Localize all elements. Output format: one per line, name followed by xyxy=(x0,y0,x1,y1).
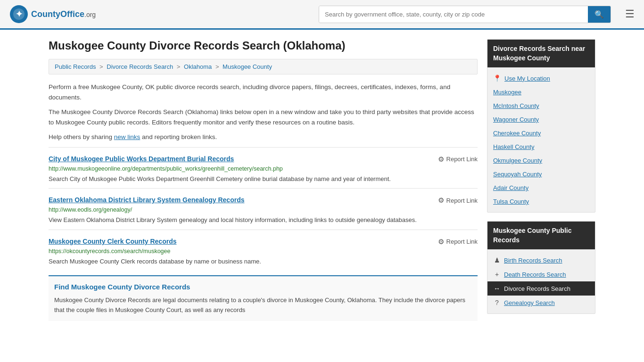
record-title-1[interactable]: Eastern Oklahoma District Library System… xyxy=(49,196,245,204)
nearby-link-5[interactable]: Okmulgee County xyxy=(493,157,542,164)
report-link-1[interactable]: ⚙ Report Link xyxy=(438,196,478,205)
logo[interactable]: ✦ CountyOffice.org xyxy=(9,5,96,24)
sidebar-nearby-item-1[interactable]: McIntosh County xyxy=(487,99,595,113)
report-label-1: Report Link xyxy=(446,197,478,204)
report-link-2[interactable]: ⚙ Report Link xyxy=(438,238,478,246)
sidebar: Divorce Records Search near Muskogee Cou… xyxy=(487,39,595,322)
use-location-link[interactable]: Use My Location xyxy=(504,75,550,82)
record-url-0[interactable]: http://www.muskogeeonline.org/department… xyxy=(49,165,478,172)
pr-label-2: Divorce Records Search xyxy=(504,285,570,292)
breadcrumb: Public Records > Divorce Records Search … xyxy=(49,59,478,74)
public-records-section-title: Muskogee County Public Records xyxy=(487,222,595,249)
sidebar-pr-item-2[interactable]: ↔ Divorce Records Search xyxy=(487,281,595,296)
records-list: City of Muskogee Public Works Department… xyxy=(49,147,478,271)
sidebar-pr-item-1[interactable]: + Death Records Search xyxy=(487,267,595,281)
record-card: Muskogee County Clerk County Records ⚙ R… xyxy=(49,230,478,271)
desc-2: The Muskogee County Divorce Records Sear… xyxy=(49,107,478,127)
location-icon: 📍 xyxy=(493,74,501,82)
public-records-section: Muskogee County Public Records ♟ Birth R… xyxy=(487,221,595,314)
find-section: Find Muskogee County Divorce Records Mus… xyxy=(49,275,478,321)
nearby-link-2[interactable]: Wagoner County xyxy=(493,116,539,123)
nearby-link-4[interactable]: Haskell County xyxy=(493,143,534,150)
record-card: Eastern Oklahoma District Library System… xyxy=(49,188,478,230)
nearby-link-0[interactable]: Muskogee xyxy=(493,89,521,96)
sidebar-pr-item-0[interactable]: ♟ Birth Records Search xyxy=(487,253,595,267)
record-url-2[interactable]: https://okcountyrecords.com/search/musko… xyxy=(49,248,478,255)
breadcrumb-oklahoma[interactable]: Oklahoma xyxy=(184,63,212,70)
main-container: Muskogee County Divorce Records Search (… xyxy=(39,30,605,332)
nearby-link-3[interactable]: Cherokee County xyxy=(493,130,541,137)
svg-text:✦: ✦ xyxy=(16,9,23,19)
record-url-1[interactable]: http://www.eodls.org/genealogy/ xyxy=(49,206,478,213)
sidebar-nearby-item-4[interactable]: Haskell County xyxy=(487,140,595,154)
record-desc-2: Search Muskogee County Clerk records dat… xyxy=(49,257,478,266)
public-records-section-content: ♟ Birth Records Search + Death Records S… xyxy=(487,249,595,313)
sidebar-nearby-item-5[interactable]: Okmulgee County xyxy=(487,154,595,167)
nearby-link-6[interactable]: Sequoyah County xyxy=(493,171,542,178)
sidebar-nearby-item-7[interactable]: Adair County xyxy=(487,181,595,195)
description: Perform a free Muskogee County, OK publi… xyxy=(49,82,478,142)
use-my-location[interactable]: 📍 Use My Location xyxy=(487,71,595,85)
search-button[interactable]: 🔍 xyxy=(588,6,611,23)
new-links-link[interactable]: new links xyxy=(114,133,140,140)
content-area: Muskogee County Divorce Records Search (… xyxy=(49,39,478,322)
sidebar-nearby-item-6[interactable]: Sequoyah County xyxy=(487,167,595,181)
pr-icon-2: ↔ xyxy=(493,285,501,292)
report-icon-1: ⚙ xyxy=(438,196,444,205)
report-link-0[interactable]: ⚙ Report Link xyxy=(438,155,478,164)
record-desc-1: View Eastern Oklahoma District Library S… xyxy=(49,215,478,225)
find-section-text: Muskogee County Divorce Records are lega… xyxy=(54,296,472,315)
record-title-2[interactable]: Muskogee County Clerk County Records xyxy=(49,238,177,245)
desc-3: Help others by sharing new links and rep… xyxy=(49,132,478,142)
sidebar-pr-item-3[interactable]: ? Genealogy Search xyxy=(487,296,595,310)
header: ✦ CountyOffice.org 🔍 ☰ xyxy=(0,0,644,30)
nearby-section-title: Divorce Records Search near Muskogee Cou… xyxy=(487,40,595,67)
nearby-section-content: 📍 Use My Location MuskogeeMcIntosh Count… xyxy=(487,67,595,212)
logo-text: CountyOffice.org xyxy=(31,9,96,19)
pr-label-0: Birth Records Search xyxy=(504,257,562,264)
sidebar-nearby-item-0[interactable]: Muskogee xyxy=(487,85,595,99)
breadcrumb-public-records[interactable]: Public Records xyxy=(55,63,96,70)
sidebar-nearby-item-2[interactable]: Wagoner County xyxy=(487,113,595,126)
nearby-link-7[interactable]: Adair County xyxy=(493,184,528,191)
logo-icon: ✦ xyxy=(9,5,28,24)
report-icon-0: ⚙ xyxy=(438,155,444,164)
search-input[interactable] xyxy=(319,6,588,23)
search-bar: 🔍 xyxy=(319,6,611,23)
nearby-section: Divorce Records Search near Muskogee Cou… xyxy=(487,39,595,213)
page-title: Muskogee County Divorce Records Search (… xyxy=(49,39,478,52)
report-label-0: Report Link xyxy=(446,156,478,163)
desc-1: Perform a free Muskogee County, OK publi… xyxy=(49,82,478,102)
record-title-0[interactable]: City of Muskogee Public Works Department… xyxy=(49,155,234,163)
record-card: City of Muskogee Public Works Department… xyxy=(49,147,478,189)
pr-icon-0: ♟ xyxy=(493,256,501,264)
public-records-list: ♟ Birth Records Search + Death Records S… xyxy=(487,253,595,310)
nearby-items-list: MuskogeeMcIntosh CountyWagoner CountyChe… xyxy=(487,85,595,208)
report-icon-2: ⚙ xyxy=(438,238,444,246)
pr-label-3: Genealogy Search xyxy=(504,299,555,306)
pr-icon-1: + xyxy=(493,271,501,278)
hamburger-menu-icon[interactable]: ☰ xyxy=(625,8,635,20)
nearby-link-8[interactable]: Tulsa County xyxy=(493,198,529,205)
sidebar-nearby-item-8[interactable]: Tulsa County xyxy=(487,195,595,208)
pr-icon-3: ? xyxy=(493,299,501,306)
breadcrumb-muskogee-county[interactable]: Muskogee County xyxy=(223,63,272,70)
report-label-2: Report Link xyxy=(446,238,478,245)
record-desc-0: Search City of Muskogee Public Works Dep… xyxy=(49,174,478,184)
sidebar-nearby-item-3[interactable]: Cherokee County xyxy=(487,126,595,140)
pr-label-1: Death Records Search xyxy=(504,271,566,278)
breadcrumb-divorce-records-search[interactable]: Divorce Records Search xyxy=(107,63,173,70)
find-section-title: Find Muskogee County Divorce Records xyxy=(54,283,472,291)
nearby-link-1[interactable]: McIntosh County xyxy=(493,102,539,109)
